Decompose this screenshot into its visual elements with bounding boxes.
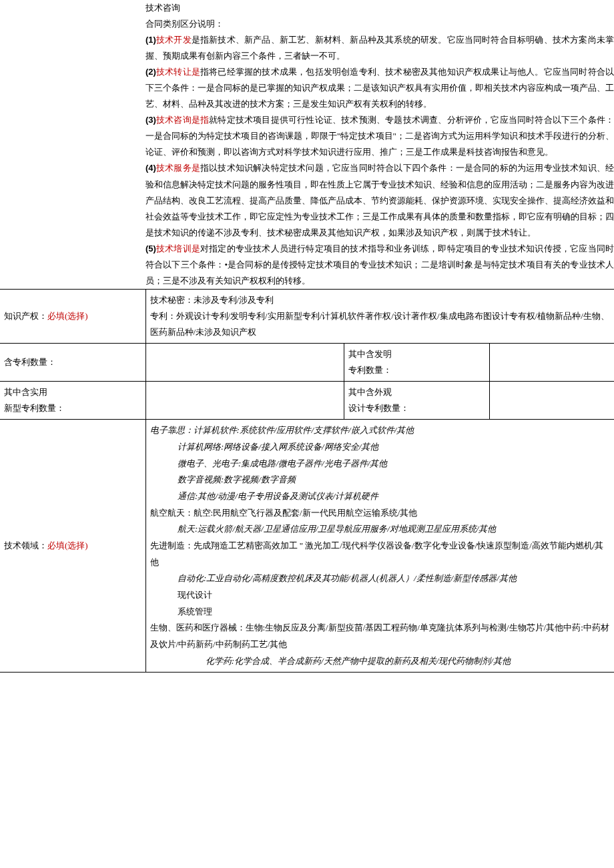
domain-l3: 微电子、光电子:集成电路/微电子器件/光电子器件/其他 — [150, 456, 611, 472]
intro-paragraph-1: (1)技术开发是指新技术、新产品、新工艺、新材料、新品种及其系统的研发。它应当同… — [145, 32, 614, 64]
domain-l10: 现代设计 — [150, 587, 611, 604]
cell-patent-util-value[interactable] — [145, 382, 344, 420]
domain-l6-text: 航空航天：航空:民用航空飞行器及配套/新一代民用航空运输系统/其他 — [150, 508, 418, 518]
row-ip: 知识产权：必填(选择) 技术秘密：未涉及专利/涉及专利 专利：外观设计专利/发明… — [0, 289, 614, 343]
ip-label-main: 知识产权： — [4, 311, 47, 321]
num-3: (3) — [145, 115, 156, 125]
intro-description: 技术咨询 合同类别区分说明： (1)技术开发是指新技术、新产品、新工艺、新材料、… — [0, 0, 614, 289]
num-4: (4) — [145, 163, 156, 173]
cell-domain-label: 技术领域：必填(选择) — [0, 420, 145, 673]
form-table: 知识产权：必填(选择) 技术秘密：未涉及专利/涉及专利 专利：外观设计专利/发明… — [0, 289, 614, 673]
term-1: 技术开发 — [156, 35, 192, 45]
cell-patent-util-label: 其中含实用 新型专利数量： — [0, 382, 145, 420]
num-1: (1) — [145, 35, 156, 45]
rest-3: 就特定技术项目提供可行性论证、技术预测、专题技术调查、分析评价，它应当同时符合以… — [145, 115, 614, 157]
domain-label-main: 技术领域： — [4, 540, 47, 550]
row-patent-util: 其中含实用 新型专利数量： 其中含外观 设计专利数量： — [0, 382, 614, 420]
intro-line-1: 合同类别区分说明： — [145, 16, 614, 32]
term-5: 技术培训是 — [156, 244, 200, 254]
cell-patent-count-label: 含专利数量： — [0, 343, 145, 381]
domain-l9: 自动化:工业自动化/高精度数控机床及其功能/机器人(机器人）/柔性制造/新型传感… — [150, 570, 611, 587]
domain-l11: 系统管理 — [150, 604, 611, 620]
term-3: 技术咨询是指 — [156, 115, 209, 125]
intro-paragraph-5: (5)技术培训是对指定的专业技术人员进行特定项目的技术指导和业务训练，即特定项目… — [145, 241, 614, 289]
cell-ip-label: 知识产权：必填(选择) — [0, 289, 145, 343]
cell-domain-value: 电子靠思：计算机软件:系统软件/应用软件/支撑软件/嵌入式软件/其他 计算机网络… — [145, 420, 614, 673]
domain-l5: 通信:其他/动漫/电子专用设备及测试仪表/计算机硬件 — [150, 488, 611, 505]
row-patent-count: 含专利数量： 其中含发明 专利数量： — [0, 343, 614, 381]
term-2: 技术转让是 — [156, 67, 200, 77]
domain-l4: 数字音视频:数字视频/数字音频 — [150, 472, 611, 488]
cell-patent-design-label: 其中含外观 设计专利数量： — [344, 382, 489, 420]
rest-5: 对指定的专业技术人员进行特定项目的技术指导和业务训练，即特定项目的专业技术知识传… — [145, 244, 614, 286]
intro-paragraph-3: (3)技术咨询是指就特定技术项目提供可行性论证、技术预测、专题技术调查、分析评价… — [145, 112, 614, 160]
row-domain: 技术领域：必填(选择) 电子靠思：计算机软件:系统软件/应用软件/支撑软件/嵌入… — [0, 420, 614, 673]
rest-4: 指以技术知识解决特定技术问题，它应当同时符合以下四个条件：一是合同的标的为运用专… — [145, 163, 614, 237]
cell-patent-design-value[interactable] — [489, 382, 614, 420]
num-5: (5) — [145, 244, 156, 254]
cell-ip-value: 技术秘密：未涉及专利/涉及专利 专利：外观设计专利/发明专利/实用新型专利/计算… — [145, 289, 614, 343]
cell-patent-inv-value[interactable] — [489, 343, 614, 381]
cell-patent-count-value[interactable] — [145, 343, 344, 381]
ip-label-req: 必填(选择) — [47, 311, 88, 321]
domain-label-req: 必填(选择) — [47, 540, 88, 550]
intro-paragraph-4: (4)技术服务是指以技术知识解决特定技术问题，它应当同时符合以下四个条件：一是合… — [145, 160, 614, 240]
domain-l13: 化学药:化学合成、半合成新药/天然产物中提取的新药及相关/现代药物制剂/其他 — [150, 653, 611, 670]
domain-l8: 先进制造：先成翔造工艺精密高效加工 " 激光加工/现代科学仪器设备/数字化专业设… — [150, 538, 611, 570]
rest-1: 是指新技术、新产品、新工艺、新材料、新品种及其系统的研发。它应当同时符合目标明确… — [145, 35, 614, 61]
domain-l6: 航空航天：航空:民用航空飞行器及配套/新一代民用航空运输系统/其他 — [150, 505, 611, 522]
domain-l1: 电子靠思：计算机软件:系统软件/应用软件/支撑软件/嵌入式软件/其他 — [150, 422, 611, 439]
num-2: (2) — [145, 67, 156, 77]
cell-patent-inv-label: 其中含发明 专利数量： — [344, 343, 489, 381]
domain-l2: 计算机网络:网络设备/接入网系统设备/网络安全/其他 — [150, 439, 611, 456]
intro-paragraph-2: (2)技术转让是指将已经掌握的技术成果，包括发明创造专利、技术秘密及其他知识产权… — [145, 64, 614, 112]
term-4: 技术服务是 — [156, 163, 200, 173]
domain-l12: 生物、医药和医疗器械：生物:生物反应及分离/新型疫苗/基因工程药物/单克隆抗体系… — [150, 620, 611, 653]
page-content: 技术咨询 合同类别区分说明： (1)技术开发是指新技术、新产品、新工艺、新材料、… — [0, 0, 614, 673]
rest-2: 指将已经掌握的技术成果，包括发明创造专利、技术秘密及其他知识产权成果让与他人。它… — [145, 67, 614, 109]
intro-line-0: 技术咨询 — [145, 0, 614, 16]
domain-l7: 航天:运载火箭/航天器/卫星通信应用/卫星导航应用服务/对地观测卫星应用系统/其… — [150, 521, 611, 538]
